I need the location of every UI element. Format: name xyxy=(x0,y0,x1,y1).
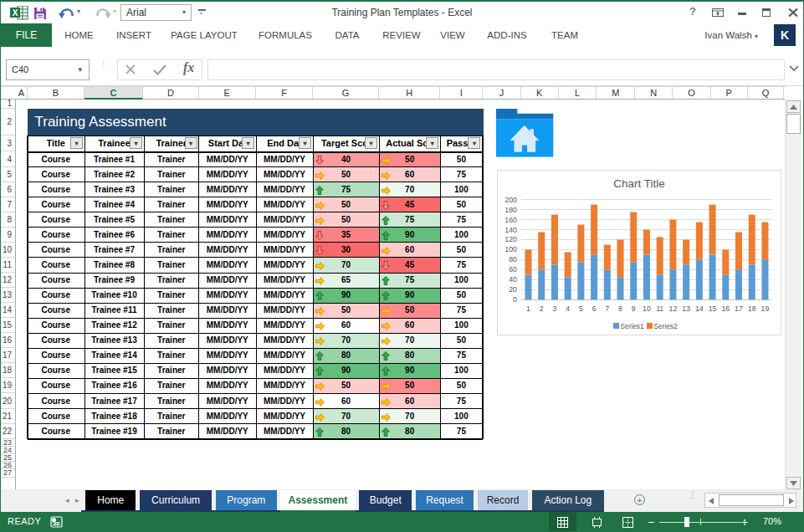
svg-text:140: 140 xyxy=(504,226,517,234)
svg-text:7: 7 xyxy=(605,304,609,313)
svg-text:6: 6 xyxy=(592,304,597,313)
svg-text:2: 2 xyxy=(540,304,544,313)
svg-text:8: 8 xyxy=(618,304,622,313)
svg-text:4: 4 xyxy=(566,304,570,313)
svg-text:200: 200 xyxy=(504,196,517,204)
svg-text:60: 60 xyxy=(509,265,517,274)
svg-text:19: 19 xyxy=(761,304,770,313)
svg-text:100: 100 xyxy=(504,245,517,253)
svg-text:10: 10 xyxy=(643,304,651,313)
svg-text:18: 18 xyxy=(748,304,756,313)
svg-text:Chart Title: Chart Title xyxy=(613,177,665,190)
svg-text:5: 5 xyxy=(579,304,583,313)
svg-text:120: 120 xyxy=(504,235,517,243)
svg-text:17: 17 xyxy=(735,304,743,313)
svg-text:12: 12 xyxy=(669,304,678,313)
svg-text:180: 180 xyxy=(504,206,517,214)
svg-text:80: 80 xyxy=(509,255,517,263)
svg-text:11: 11 xyxy=(656,304,663,313)
svg-text:Series2: Series2 xyxy=(654,322,679,330)
svg-text:1: 1 xyxy=(526,304,530,313)
svg-text:15: 15 xyxy=(709,304,717,313)
svg-text:13: 13 xyxy=(682,304,690,313)
svg-text:20: 20 xyxy=(509,285,517,294)
svg-text:40: 40 xyxy=(509,275,517,284)
svg-text:Series1: Series1 xyxy=(621,322,645,330)
svg-text:3: 3 xyxy=(552,304,556,313)
svg-text:160: 160 xyxy=(504,216,517,224)
svg-text:16: 16 xyxy=(721,304,730,313)
svg-text:14: 14 xyxy=(695,304,704,313)
svg-text:0: 0 xyxy=(513,295,517,304)
svg-text:9: 9 xyxy=(632,304,636,313)
